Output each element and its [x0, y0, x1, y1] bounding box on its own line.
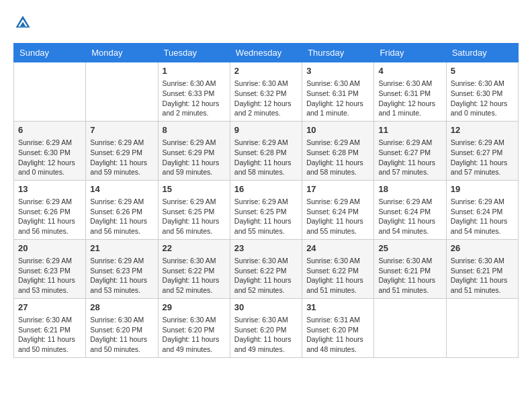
day-number: 27	[18, 302, 81, 314]
day-number: 11	[378, 124, 441, 136]
day-header-monday: Monday	[86, 44, 158, 62]
day-number: 6	[18, 124, 81, 136]
calendar-cell: 27Sunrise: 6:30 AM Sunset: 6:21 PM Dayli…	[14, 298, 86, 357]
calendar-cell: 6Sunrise: 6:29 AM Sunset: 6:30 PM Daylig…	[14, 121, 86, 180]
calendar-week-3: 13Sunrise: 6:29 AM Sunset: 6:26 PM Dayli…	[14, 180, 519, 239]
day-number: 23	[234, 242, 298, 255]
day-number: 26	[451, 242, 514, 255]
calendar-cell: 12Sunrise: 6:29 AM Sunset: 6:27 PM Dayli…	[446, 121, 518, 180]
day-number: 2	[234, 65, 298, 77]
calendar-cell: 20Sunrise: 6:29 AM Sunset: 6:23 PM Dayli…	[14, 239, 86, 298]
calendar-cell: 4Sunrise: 6:30 AM Sunset: 6:31 PM Daylig…	[374, 62, 446, 122]
day-number: 3	[306, 65, 369, 77]
day-number: 18	[378, 183, 441, 195]
day-number: 16	[234, 183, 298, 195]
logo	[13, 13, 35, 32]
day-number: 21	[90, 242, 153, 255]
calendar-cell	[14, 62, 86, 122]
calendar-cell: 31Sunrise: 6:31 AM Sunset: 6:20 PM Dayli…	[302, 298, 374, 357]
day-number: 1	[163, 65, 226, 77]
calendar-cell: 10Sunrise: 6:29 AM Sunset: 6:28 PM Dayli…	[302, 121, 374, 180]
day-number: 13	[18, 183, 81, 195]
day-number: 20	[18, 242, 81, 255]
calendar-cell: 11Sunrise: 6:29 AM Sunset: 6:27 PM Dayli…	[374, 121, 446, 180]
calendar-cell: 17Sunrise: 6:29 AM Sunset: 6:24 PM Dayli…	[302, 180, 374, 239]
calendar-cell: 7Sunrise: 6:29 AM Sunset: 6:29 PM Daylig…	[86, 121, 158, 180]
calendar-cell: 24Sunrise: 6:30 AM Sunset: 6:22 PM Dayli…	[302, 239, 374, 298]
day-header-friday: Friday	[374, 44, 446, 62]
calendar-cell: 16Sunrise: 6:29 AM Sunset: 6:25 PM Dayli…	[230, 180, 302, 239]
calendar-week-1: 1Sunrise: 6:30 AM Sunset: 6:33 PM Daylig…	[14, 62, 519, 122]
calendar-cell: 15Sunrise: 6:29 AM Sunset: 6:25 PM Dayli…	[158, 180, 230, 239]
calendar-cell: 23Sunrise: 6:30 AM Sunset: 6:22 PM Dayli…	[230, 239, 302, 298]
day-number: 29	[163, 302, 226, 314]
calendar-cell: 1Sunrise: 6:30 AM Sunset: 6:33 PM Daylig…	[158, 62, 230, 122]
day-header-saturday: Saturday	[446, 44, 518, 62]
day-number: 4	[378, 65, 441, 77]
calendar-cell: 29Sunrise: 6:30 AM Sunset: 6:20 PM Dayli…	[158, 298, 230, 357]
day-number: 5	[451, 65, 514, 77]
day-number: 25	[378, 242, 441, 255]
calendar-cell: 26Sunrise: 6:30 AM Sunset: 6:21 PM Dayli…	[446, 239, 518, 298]
day-number: 14	[90, 183, 153, 195]
day-number: 15	[163, 183, 226, 195]
calendar-cell: 19Sunrise: 6:29 AM Sunset: 6:24 PM Dayli…	[446, 180, 518, 239]
calendar-week-5: 27Sunrise: 6:30 AM Sunset: 6:21 PM Dayli…	[14, 298, 519, 357]
calendar-cell: 5Sunrise: 6:30 AM Sunset: 6:30 PM Daylig…	[446, 62, 518, 122]
day-number: 8	[163, 124, 226, 136]
day-number: 7	[90, 124, 153, 136]
day-number: 28	[90, 302, 153, 314]
calendar-cell: 30Sunrise: 6:30 AM Sunset: 6:20 PM Dayli…	[230, 298, 302, 357]
calendar-cell	[86, 62, 158, 122]
calendar-week-4: 20Sunrise: 6:29 AM Sunset: 6:23 PM Dayli…	[14, 239, 519, 298]
logo-icon	[13, 13, 32, 32]
calendar-cell: 18Sunrise: 6:29 AM Sunset: 6:24 PM Dayli…	[374, 180, 446, 239]
day-header-sunday: Sunday	[14, 44, 86, 62]
calendar-cell	[374, 298, 446, 357]
day-number: 31	[306, 302, 369, 314]
calendar-cell: 8Sunrise: 6:29 AM Sunset: 6:29 PM Daylig…	[158, 121, 230, 180]
calendar-cell: 2Sunrise: 6:30 AM Sunset: 6:32 PM Daylig…	[230, 62, 302, 122]
calendar-table: SundayMondayTuesdayWednesdayThursdayFrid…	[13, 43, 519, 358]
calendar-week-2: 6Sunrise: 6:29 AM Sunset: 6:30 PM Daylig…	[14, 121, 519, 180]
day-number: 24	[306, 242, 369, 255]
calendar-cell	[446, 298, 518, 357]
day-number: 30	[234, 302, 298, 314]
calendar-cell: 22Sunrise: 6:30 AM Sunset: 6:22 PM Dayli…	[158, 239, 230, 298]
day-number: 19	[451, 183, 514, 195]
calendar-cell: 9Sunrise: 6:29 AM Sunset: 6:28 PM Daylig…	[230, 121, 302, 180]
day-number: 12	[451, 124, 514, 136]
day-number: 22	[163, 242, 226, 255]
calendar-cell: 14Sunrise: 6:29 AM Sunset: 6:26 PM Dayli…	[86, 180, 158, 239]
calendar-header-row: SundayMondayTuesdayWednesdayThursdayFrid…	[14, 44, 519, 62]
day-number: 9	[234, 124, 298, 136]
day-header-thursday: Thursday	[302, 44, 374, 62]
day-header-tuesday: Tuesday	[158, 44, 230, 62]
calendar-cell: 3Sunrise: 6:30 AM Sunset: 6:31 PM Daylig…	[302, 62, 374, 122]
day-number: 10	[306, 124, 369, 136]
calendar-cell: 28Sunrise: 6:30 AM Sunset: 6:20 PM Dayli…	[86, 298, 158, 357]
calendar-cell: 25Sunrise: 6:30 AM Sunset: 6:21 PM Dayli…	[374, 239, 446, 298]
day-number: 17	[306, 183, 369, 195]
day-header-wednesday: Wednesday	[230, 44, 302, 62]
page-header	[13, 13, 519, 32]
calendar-cell: 21Sunrise: 6:29 AM Sunset: 6:23 PM Dayli…	[86, 239, 158, 298]
calendar-cell: 13Sunrise: 6:29 AM Sunset: 6:26 PM Dayli…	[14, 180, 86, 239]
